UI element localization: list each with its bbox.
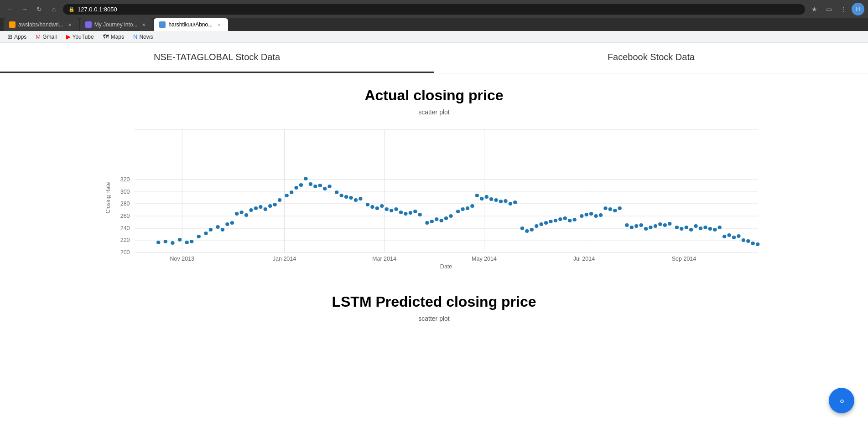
tab-close-awslabs[interactable]: ✕	[66, 21, 73, 28]
svg-point-135	[698, 226, 702, 230]
lstm-chart-subtitle: scatter plot	[101, 315, 767, 322]
svg-point-81	[430, 220, 433, 223]
lock-icon: 🔒	[68, 6, 75, 12]
bookmark-youtube-label: YouTube	[73, 34, 94, 40]
svg-point-141	[727, 233, 731, 237]
menu-button[interactable]: ⋮	[837, 3, 850, 15]
tab-harshtikuu[interactable]: harshtikuu/Abno... ✕	[154, 18, 228, 31]
bookmark-apps[interactable]: ⊞ Apps	[4, 32, 30, 41]
svg-point-87	[461, 207, 464, 211]
svg-point-116	[603, 206, 607, 210]
svg-point-91	[480, 197, 483, 201]
bookmark-maps[interactable]: 🗺 Maps	[99, 32, 128, 41]
svg-point-45	[249, 208, 253, 212]
svg-point-60	[322, 187, 326, 190]
svg-text:260: 260	[120, 213, 130, 219]
svg-point-140	[722, 235, 726, 238]
svg-point-124	[644, 227, 647, 231]
bookmark-apps-label: Apps	[14, 34, 26, 40]
svg-point-120	[625, 223, 629, 227]
svg-point-82	[435, 217, 438, 221]
svg-point-97	[508, 202, 512, 206]
svg-point-52	[285, 194, 288, 197]
svg-point-41	[230, 221, 234, 225]
svg-point-106	[553, 219, 557, 222]
svg-point-36	[204, 232, 208, 235]
bookmark-youtube[interactable]: ▶ YouTube	[62, 32, 98, 41]
svg-point-89	[470, 204, 474, 208]
bookmark-star-button[interactable]: ★	[808, 3, 821, 15]
svg-text:300: 300	[120, 189, 130, 195]
stock-nav: NSE-TATAGLOBAL Stock Data Facebook Stock…	[0, 43, 868, 73]
svg-point-95	[499, 200, 502, 203]
svg-point-127	[658, 222, 662, 226]
youtube-icon: ▶	[66, 33, 71, 40]
svg-point-63	[339, 194, 343, 197]
svg-point-55	[299, 183, 302, 187]
cast-button[interactable]: ▭	[822, 3, 835, 15]
svg-point-136	[703, 226, 707, 229]
svg-point-66	[353, 198, 357, 202]
svg-point-74	[394, 207, 398, 211]
bookmark-news[interactable]: N News	[130, 32, 156, 41]
svg-point-71	[380, 204, 384, 208]
svg-point-123	[639, 223, 643, 227]
bookmark-gmail-label: Gmail	[42, 34, 57, 40]
svg-point-112	[584, 213, 588, 216]
svg-point-59	[318, 184, 322, 187]
bookmarks-bar: ⊞ Apps M Gmail ▶ YouTube 🗺 Maps N News	[0, 31, 868, 43]
svg-text:220: 220	[120, 237, 130, 243]
svg-point-34	[189, 240, 193, 243]
svg-point-35	[197, 235, 200, 238]
bookmark-news-label: News	[139, 34, 153, 40]
svg-point-72	[385, 207, 388, 211]
svg-point-103	[539, 222, 543, 226]
reload-button[interactable]: ↻	[33, 3, 46, 15]
svg-point-100	[525, 229, 529, 233]
svg-text:280: 280	[120, 201, 130, 207]
tab-title-harshtikuu: harshtikuu/Abno...	[168, 21, 213, 28]
nav-facebook[interactable]: Facebook Stock Data	[434, 43, 868, 73]
svg-point-109	[568, 219, 572, 222]
browser-toolbar: ← → ↻ ⌂ 🔒 127.0.0.1:8050 ★ ▭ ⋮ H	[0, 0, 868, 18]
address-bar[interactable]: 🔒 127.0.0.1:8050	[63, 4, 805, 15]
svg-point-33	[185, 241, 188, 244]
browser-actions: ★ ▭ ⋮ H	[808, 3, 864, 15]
svg-point-58	[313, 185, 317, 188]
svg-point-108	[563, 216, 567, 220]
svg-point-88	[465, 206, 469, 210]
actual-chart-svg: 200 220 240 260 280 300 320 Nov 2013 Jan…	[101, 125, 767, 271]
tab-awslabs[interactable]: awslabs/handwri... ✕	[4, 18, 79, 31]
svg-point-65	[349, 196, 353, 200]
svg-point-79	[418, 213, 421, 216]
nav-nse[interactable]: NSE-TATAGLOBAL Stock Data	[0, 43, 434, 73]
svg-point-115	[598, 213, 602, 217]
bookmark-gmail[interactable]: M Gmail	[32, 32, 60, 41]
home-button[interactable]: ⌂	[47, 3, 60, 15]
svg-point-85	[449, 214, 452, 218]
svg-point-56	[304, 177, 307, 180]
tab-close-harshtikuu[interactable]: ✕	[215, 21, 223, 28]
back-button[interactable]: ←	[4, 3, 16, 15]
nav-fab[interactable]: ‹›	[829, 388, 854, 413]
svg-point-46	[254, 206, 257, 210]
svg-point-104	[544, 221, 547, 225]
svg-point-128	[663, 223, 666, 227]
svg-point-142	[732, 236, 735, 239]
svg-point-44	[244, 213, 248, 217]
svg-point-83	[439, 219, 443, 222]
nav-facebook-label: Facebook Stock Data	[608, 52, 695, 62]
svg-point-73	[389, 209, 393, 212]
svg-point-84	[444, 216, 447, 220]
svg-text:Closing Rate: Closing Rate	[104, 182, 111, 213]
svg-point-29	[156, 241, 160, 244]
tab-myjourney[interactable]: My Journey into... ✕	[80, 18, 153, 31]
forward-button[interactable]: →	[18, 3, 31, 15]
tab-close-myjourney[interactable]: ✕	[140, 21, 147, 28]
svg-point-67	[359, 197, 362, 201]
svg-text:Jul 2014: Jul 2014	[573, 256, 594, 262]
tab-title-myjourney: My Journey into...	[94, 21, 138, 28]
svg-point-143	[737, 234, 740, 238]
avatar[interactable]: H	[852, 3, 864, 15]
svg-point-80	[425, 221, 429, 225]
